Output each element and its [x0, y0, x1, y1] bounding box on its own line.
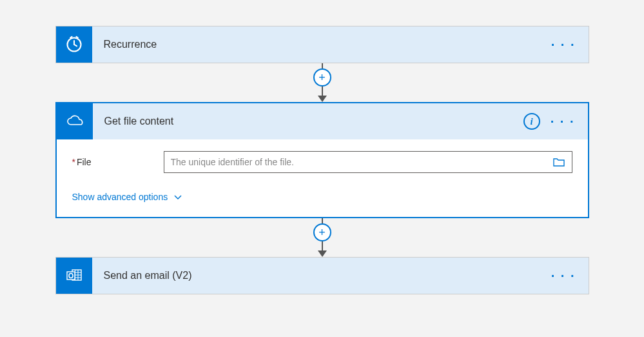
folder-picker-button[interactable] [546, 152, 572, 172]
step-card-recurrence[interactable]: Recurrence · · · [55, 26, 589, 63]
show-advanced-options-link[interactable]: Show advanced options [72, 192, 182, 202]
field-row-file: *File [72, 151, 572, 173]
flow-container: Recurrence · · · + Get file content i · … [55, 26, 589, 294]
more-menu-button[interactable]: · · · [551, 269, 576, 282]
file-input-wrapper [164, 151, 572, 173]
info-button[interactable]: i [523, 113, 540, 130]
card-body: *File Show advanced options [57, 139, 588, 217]
step-card-send-email[interactable]: Send an email (V2) · · · [55, 257, 589, 294]
field-label-file: *File [72, 157, 164, 167]
card-header: Send an email (V2) · · · [56, 258, 589, 294]
card-title: Send an email (V2) [92, 270, 551, 281]
header-actions: · · · [551, 38, 589, 51]
add-step-button[interactable]: + [313, 68, 331, 87]
connector: + [55, 63, 589, 102]
clock-icon [56, 26, 92, 63]
more-menu-button[interactable]: · · · [551, 38, 576, 51]
header-actions: · · · [551, 269, 589, 282]
onedrive-icon [57, 103, 93, 139]
more-menu-button[interactable]: · · · [551, 115, 575, 128]
card-header: Get file content i · · · [57, 103, 588, 139]
add-step-button[interactable]: + [313, 223, 331, 241]
connector: + [55, 218, 589, 257]
card-header: Recurrence · · · [56, 26, 589, 63]
card-title: Recurrence [92, 39, 551, 50]
file-input[interactable] [164, 152, 546, 172]
required-indicator: * [72, 157, 75, 167]
card-title: Get file content [93, 116, 523, 127]
step-card-get-file-content[interactable]: Get file content i · · · *File [55, 102, 589, 218]
outlook-icon [56, 258, 92, 294]
chevron-down-icon [174, 192, 182, 202]
header-actions: i · · · [523, 113, 588, 130]
